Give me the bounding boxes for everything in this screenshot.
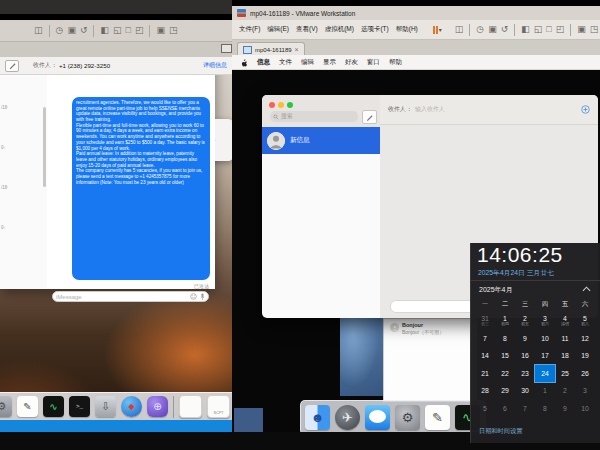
console-view-icon[interactable]: ▣: [577, 25, 586, 34]
calendar-day-4[interactable]: 4清明: [555, 312, 575, 330]
calendar-day-7[interactable]: 7: [475, 330, 495, 348]
calendar-day-8[interactable]: 8: [535, 400, 555, 418]
calendar-day-30[interactable]: 30: [515, 382, 535, 400]
snapshot-take-icon[interactable]: ▣: [67, 26, 76, 35]
calendar-day-18[interactable]: 18: [555, 347, 575, 365]
suspend-button[interactable]: ▾: [433, 26, 442, 34]
calendar-day-1[interactable]: 1: [535, 382, 555, 400]
fullscreen-icon[interactable]: □: [125, 26, 130, 35]
calendar-day-24[interactable]: 24: [535, 365, 555, 383]
compose-icon[interactable]: [5, 60, 19, 72]
snapshot-clock-icon[interactable]: ◷: [56, 26, 64, 35]
snapshot-manager-icon[interactable]: ↺: [501, 25, 509, 34]
safari-icon[interactable]: ◆: [121, 396, 142, 417]
search-input[interactable]: 搜索: [270, 111, 358, 122]
mac-menu-item[interactable]: 编辑: [301, 58, 314, 67]
calendar-day-9[interactable]: 9: [555, 400, 575, 418]
calendar-day-7[interactable]: 7: [515, 400, 535, 418]
calendar-day-12[interactable]: 12: [575, 330, 595, 348]
left-vmware-titlebar[interactable]: [0, 0, 232, 14]
calendar-day-11[interactable]: 11: [555, 330, 575, 348]
devices-icon[interactable]: ◫: [34, 26, 43, 35]
messages-icon[interactable]: [365, 405, 390, 430]
conversation-list[interactable]: /180-/180-: [0, 75, 48, 289]
to-field[interactable]: 收件人： 输入收件人: [380, 95, 598, 125]
left-vmware-tabstrip[interactable]: [0, 42, 232, 58]
date-time-settings-link[interactable]: 日期和时间设置: [479, 427, 522, 436]
zoom-traffic-light[interactable]: [287, 102, 293, 108]
buddy-row-bonjour[interactable]: Bonjour（不可用）: [402, 329, 444, 336]
snapshot-clock-icon[interactable]: ◷: [476, 25, 484, 34]
mac-menu-item[interactable]: 帮助: [389, 58, 402, 67]
calendar-day-5[interactable]: 5: [475, 400, 495, 418]
launchpad-icon[interactable]: ✈: [335, 405, 360, 430]
calendar-day-2[interactable]: 2: [555, 382, 575, 400]
close-traffic-light[interactable]: [269, 102, 275, 108]
library-panel-icon[interactable]: ◧: [521, 25, 530, 34]
calendar-day-1[interactable]: 1初四: [495, 312, 515, 330]
calendar-day-14[interactable]: 14: [475, 347, 495, 365]
details-link[interactable]: 详细信息: [203, 61, 215, 70]
calendar-day-10[interactable]: 10: [575, 400, 595, 418]
mac-menu-item[interactable]: 显示: [323, 58, 336, 67]
installer-icon[interactable]: ⇩: [95, 396, 116, 417]
document-icon[interactable]: [179, 395, 202, 418]
menu-item[interactable]: 文件(F): [239, 25, 260, 34]
tab-close-icon[interactable]: ×: [295, 46, 299, 53]
calendar-day-21[interactable]: 21: [475, 365, 495, 383]
mac-menu-item[interactable]: 好友: [345, 58, 358, 67]
clock-date[interactable]: 2025年4月24日 三月廿七: [478, 268, 554, 278]
unity-icon[interactable]: ◰: [135, 26, 144, 35]
activity-monitor-icon[interactable]: ∿: [43, 396, 64, 417]
conversation-item-selected[interactable]: 新信息: [262, 127, 380, 154]
finder-icon[interactable]: ☻: [305, 405, 330, 430]
calendar-day-2[interactable]: 2初五: [515, 312, 535, 330]
calendar-day-25[interactable]: 25: [555, 365, 575, 383]
menu-item[interactable]: 查看(V): [296, 25, 318, 34]
calendar-day-10[interactable]: 10: [535, 330, 555, 348]
mac-menu-item[interactable]: 文件: [279, 58, 292, 67]
vm-tab[interactable]: mp04-161189 ×: [237, 42, 305, 56]
calendar-day-26[interactable]: 26: [575, 365, 595, 383]
thumbnail-bar-icon[interactable]: ◱: [113, 26, 122, 35]
calendar-day-29[interactable]: 29: [495, 382, 515, 400]
calendar-day-9[interactable]: 9: [515, 330, 535, 348]
calendar-day-19[interactable]: 19: [575, 347, 595, 365]
devices-icon[interactable]: ◫: [455, 25, 464, 34]
mac-menu-item[interactable]: 信息: [257, 58, 270, 67]
apple-menu-icon[interactable]: [240, 58, 248, 67]
network-globe-icon[interactable]: ⊕: [147, 396, 168, 417]
stretch-guest-icon[interactable]: ◳: [590, 25, 599, 34]
calendar-day-22[interactable]: 22: [495, 365, 515, 383]
system-preferences-icon[interactable]: ⚙: [0, 396, 12, 417]
console-view-icon[interactable]: ▣: [156, 26, 165, 35]
menu-item[interactable]: 帮助(H): [396, 25, 418, 34]
vm-thumbnail-icon[interactable]: [221, 44, 232, 53]
vmware-titlebar[interactable]: mp04-161189 - VMware Workstation: [232, 6, 600, 20]
document-scpt-icon[interactable]: SCPT: [207, 395, 230, 418]
unity-icon[interactable]: ◰: [556, 25, 565, 34]
fullscreen-icon[interactable]: □: [546, 25, 551, 34]
mac-menu-item[interactable]: 窗口: [367, 58, 380, 67]
calendar-day-3[interactable]: 3: [575, 382, 595, 400]
textedit-icon[interactable]: ✎: [425, 405, 450, 430]
menu-item[interactable]: 编辑(E): [267, 25, 289, 34]
menu-item[interactable]: 选项卡(T): [361, 25, 389, 34]
calendar-day-3[interactable]: 3初六: [535, 312, 555, 330]
calendar-day-17[interactable]: 17: [535, 347, 555, 365]
library-panel-icon[interactable]: ◧: [100, 26, 109, 35]
compose-button[interactable]: [362, 110, 377, 124]
menu-item[interactable]: 虚拟机(M): [325, 25, 354, 34]
stretch-guest-icon[interactable]: ◳: [169, 26, 178, 35]
calendar-day-15[interactable]: 15: [495, 347, 515, 365]
calendar-day-6[interactable]: 6: [495, 400, 515, 418]
calendar-day-23[interactable]: 23: [515, 365, 535, 383]
calendar-day-16[interactable]: 16: [515, 347, 535, 365]
system-preferences-icon[interactable]: ⚙: [395, 405, 420, 430]
calendar-day-31[interactable]: 31初三: [475, 312, 495, 330]
textedit-icon[interactable]: ✎: [17, 396, 38, 417]
scrollbar-thumb[interactable]: [43, 107, 46, 187]
thumbnail-bar-icon[interactable]: ◱: [534, 25, 543, 34]
calendar-month-label[interactable]: 2025年4月: [479, 285, 512, 295]
minimize-traffic-light[interactable]: [278, 102, 284, 108]
